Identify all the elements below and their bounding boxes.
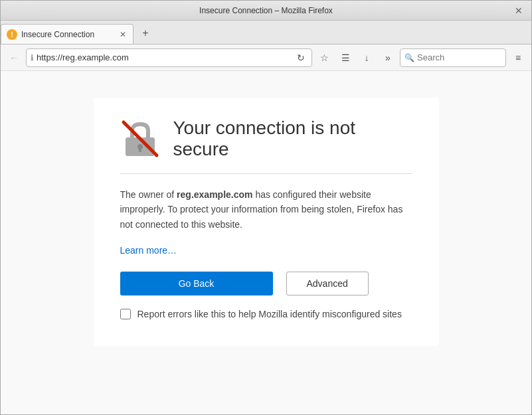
- broken-lock-icon: [120, 119, 160, 159]
- advanced-button[interactable]: Advanced: [286, 272, 369, 295]
- address-input[interactable]: [37, 52, 292, 62]
- action-buttons: Go Back Advanced: [120, 272, 412, 295]
- go-back-button[interactable]: Go Back: [120, 272, 273, 295]
- error-description: The owner of reg.example.com has configu…: [120, 187, 412, 232]
- error-header: Your connection is not secure: [120, 118, 412, 160]
- tab-close-button[interactable]: ✕: [118, 29, 128, 41]
- reading-mode-button[interactable]: ☰: [336, 48, 355, 67]
- window-close-button[interactable]: ✕: [513, 5, 525, 17]
- active-tab[interactable]: ! Insecure Connection ✕: [1, 24, 133, 44]
- reading-icon: ☰: [341, 52, 350, 63]
- menu-button[interactable]: ≡: [509, 48, 527, 67]
- window-title: Insecure Connection – Mozilla Firefox: [199, 6, 333, 15]
- domain-name: reg.example.com: [177, 189, 252, 200]
- download-button[interactable]: ↓: [357, 48, 376, 67]
- tabbar: ! Insecure Connection ✕ +: [1, 21, 531, 44]
- menu-icon: ≡: [515, 52, 521, 63]
- tab-title: Insecure Connection: [21, 30, 114, 39]
- download-icon: ↓: [365, 52, 369, 63]
- divider: [120, 173, 412, 174]
- browser-window: Insecure Connection – Mozilla Firefox ✕ …: [0, 0, 532, 415]
- bookmark-button[interactable]: ☆: [315, 48, 333, 67]
- bookmark-icon: ☆: [320, 52, 329, 63]
- search-input[interactable]: [417, 52, 501, 62]
- overflow-icon: »: [385, 52, 391, 63]
- address-bar[interactable]: ℹ ↻: [26, 48, 312, 67]
- tab-warning-icon: !: [7, 29, 17, 40]
- page-content: Your connection is not secure The owner …: [1, 71, 531, 414]
- report-error-row: Report errors like this to help Mozilla …: [120, 309, 412, 319]
- info-icon: ℹ: [31, 53, 34, 62]
- error-title: Your connection is not secure: [173, 118, 412, 160]
- titlebar: Insecure Connection – Mozilla Firefox ✕: [1, 1, 531, 21]
- reload-button[interactable]: ↻: [294, 51, 308, 64]
- learn-more-link[interactable]: Learn more…: [120, 245, 412, 256]
- report-error-checkbox[interactable]: [120, 309, 131, 319]
- search-icon: 🔍: [404, 53, 414, 62]
- toolbar: ← ℹ ↻ ☆ ☰ ↓ » 🔍 ≡: [1, 44, 531, 71]
- overflow-button[interactable]: »: [379, 48, 397, 67]
- new-tab-button[interactable]: +: [136, 24, 155, 42]
- back-button[interactable]: ←: [5, 48, 23, 67]
- svg-rect-3: [139, 148, 141, 152]
- search-bar[interactable]: 🔍: [400, 48, 506, 67]
- report-error-label: Report errors like this to help Mozilla …: [137, 309, 402, 319]
- error-container: Your connection is not secure The owner …: [94, 98, 439, 346]
